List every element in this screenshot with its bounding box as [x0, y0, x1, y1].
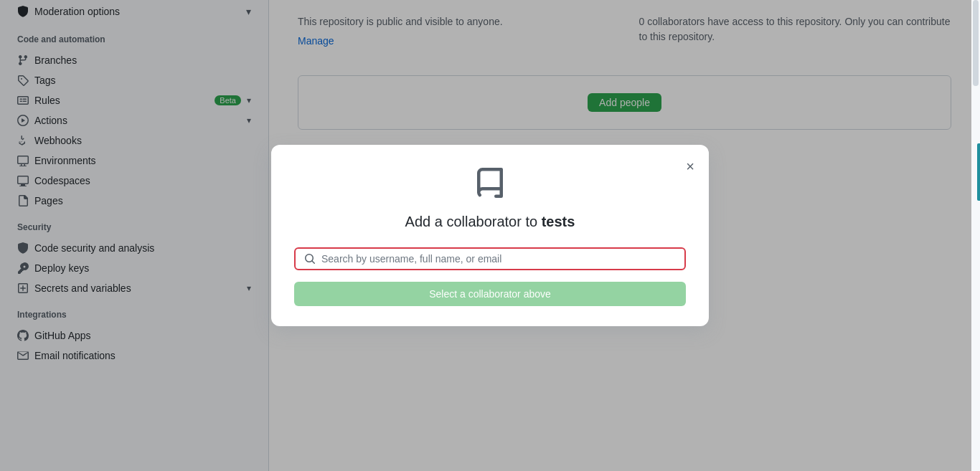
scrollbar-track[interactable] [971, 0, 980, 471]
teal-accent-bar [977, 143, 980, 201]
modal-close-button[interactable]: × [683, 156, 697, 176]
search-input[interactable] [321, 253, 676, 265]
scrollbar-thumb[interactable] [973, 0, 979, 86]
modal-title: Add a collaborator to tests [294, 214, 686, 230]
search-icon [304, 253, 316, 265]
add-collaborator-modal: × Add a collaborator to tests Select a c… [271, 145, 709, 326]
search-container[interactable] [294, 247, 686, 270]
modal-repo-icon [294, 168, 686, 202]
select-collaborator-button: Select a collaborator above [294, 282, 686, 306]
